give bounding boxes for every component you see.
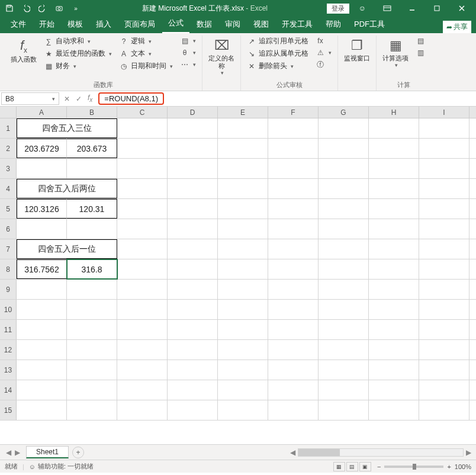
watch-window-button[interactable]: ❐ 监视窗口 (343, 36, 371, 65)
cell[interactable] (117, 139, 168, 158)
tab-pdf[interactable]: PDF工具 (348, 17, 391, 33)
fx-formula-icon[interactable]: fx (88, 94, 92, 103)
datetime-button[interactable]: ◷日期和时间▾ (118, 60, 174, 72)
cell[interactable]: 316.7562 (17, 259, 67, 279)
recent-functions-button[interactable]: ★最近使用的函数▾ (43, 48, 113, 59)
cell[interactable] (17, 280, 67, 299)
cell[interactable] (117, 360, 168, 380)
col-header-e[interactable]: E (218, 107, 268, 118)
tab-insert[interactable]: 插入 (90, 17, 117, 33)
normal-view-button[interactable]: ▦ (333, 462, 345, 471)
login-button[interactable]: 登录 (327, 4, 349, 14)
cell[interactable]: 203.673 (67, 139, 117, 158)
zoom-slider[interactable] (384, 466, 443, 468)
cell[interactable] (117, 259, 168, 279)
tab-view[interactable]: 视图 (247, 17, 275, 33)
qat-more-icon[interactable]: » (69, 1, 83, 15)
cell[interactable] (168, 179, 218, 198)
ribbon-options-icon[interactable] (375, 0, 399, 17)
define-name-button[interactable]: ⌧ 定义的名称▾ (207, 36, 236, 78)
cell[interactable] (369, 199, 419, 219)
cell[interactable] (17, 159, 67, 178)
tab-help[interactable]: 帮助 (320, 17, 347, 33)
cell[interactable] (319, 360, 369, 380)
cell[interactable] (117, 199, 168, 219)
cell[interactable] (168, 159, 218, 178)
cell[interactable] (319, 219, 369, 239)
row-header[interactable]: 12 (0, 340, 17, 360)
cell[interactable] (218, 239, 268, 259)
cell[interactable] (218, 219, 268, 239)
maximize-button[interactable] (425, 0, 449, 17)
cell[interactable] (319, 280, 369, 299)
cell[interactable] (369, 360, 419, 380)
cell[interactable] (419, 380, 469, 400)
cell[interactable] (218, 139, 268, 158)
tab-developer[interactable]: 开发工具 (276, 17, 319, 33)
cell[interactable] (369, 300, 419, 319)
cell[interactable] (319, 340, 369, 360)
logical-button[interactable]: ?逻辑▾ (118, 36, 174, 47)
row-header[interactable]: 14 (0, 380, 17, 400)
cell[interactable]: 四舍五入后两位 (17, 179, 117, 198)
cell[interactable] (168, 280, 218, 299)
cell[interactable] (369, 139, 419, 158)
redo-icon[interactable] (36, 1, 50, 15)
cell[interactable] (268, 340, 319, 360)
cell[interactable] (17, 360, 67, 380)
evaluate-button[interactable]: ⓕ (314, 59, 333, 70)
cell[interactable] (369, 400, 419, 420)
cell[interactable] (117, 280, 168, 299)
col-header-a[interactable]: A (17, 107, 67, 118)
row-header[interactable]: 8 (0, 259, 17, 279)
cell[interactable] (218, 340, 268, 360)
calc-now-button[interactable]: ▤ (414, 36, 426, 46)
cell[interactable] (67, 380, 117, 400)
chevron-down-icon[interactable]: ▾ (52, 96, 55, 102)
cell[interactable] (268, 360, 319, 380)
row-header[interactable]: 4 (0, 179, 17, 198)
cell[interactable] (319, 259, 369, 279)
lookup-button[interactable]: ▤▾ (179, 36, 197, 46)
cell[interactable] (17, 320, 67, 339)
cell[interactable] (419, 199, 469, 219)
cell[interactable] (117, 340, 168, 360)
cell[interactable] (168, 259, 218, 279)
cell[interactable] (117, 300, 168, 319)
error-check-button[interactable]: ⚠▾ (314, 47, 333, 58)
text-button[interactable]: A文本▾ (118, 48, 174, 59)
more-fn-button[interactable]: ⋯▾ (179, 59, 197, 70)
col-header-i[interactable]: I (419, 107, 469, 118)
financial-button[interactable]: ▦财务▾ (43, 60, 113, 72)
cell[interactable] (67, 159, 117, 178)
cell[interactable] (319, 320, 369, 339)
math-button[interactable]: θ▾ (179, 47, 197, 58)
row-header[interactable]: 1 (0, 118, 17, 138)
cell[interactable] (319, 118, 369, 138)
cell[interactable] (319, 239, 369, 259)
cell[interactable] (369, 320, 419, 339)
row-header[interactable]: 15 (0, 400, 17, 420)
cell[interactable] (369, 179, 419, 198)
row-header[interactable]: 9 (0, 280, 17, 299)
row-header[interactable]: 3 (0, 159, 17, 178)
cell[interactable] (319, 400, 369, 420)
cell[interactable] (67, 300, 117, 319)
cell[interactable] (218, 159, 268, 178)
cell[interactable] (419, 360, 469, 380)
cell[interactable]: 四舍五入三位 (17, 118, 117, 138)
cell[interactable] (168, 118, 218, 138)
zoom-out-button[interactable]: − (377, 463, 381, 470)
cell[interactable] (168, 219, 218, 239)
row-header[interactable]: 11 (0, 320, 17, 339)
cell[interactable] (268, 239, 319, 259)
cell[interactable] (419, 259, 469, 279)
cell[interactable] (168, 199, 218, 219)
cell[interactable] (218, 259, 268, 279)
cell[interactable] (67, 320, 117, 339)
cell[interactable] (168, 360, 218, 380)
cell[interactable] (419, 219, 469, 239)
cell[interactable] (218, 360, 268, 380)
close-button[interactable] (450, 0, 474, 17)
cell[interactable] (268, 300, 319, 319)
